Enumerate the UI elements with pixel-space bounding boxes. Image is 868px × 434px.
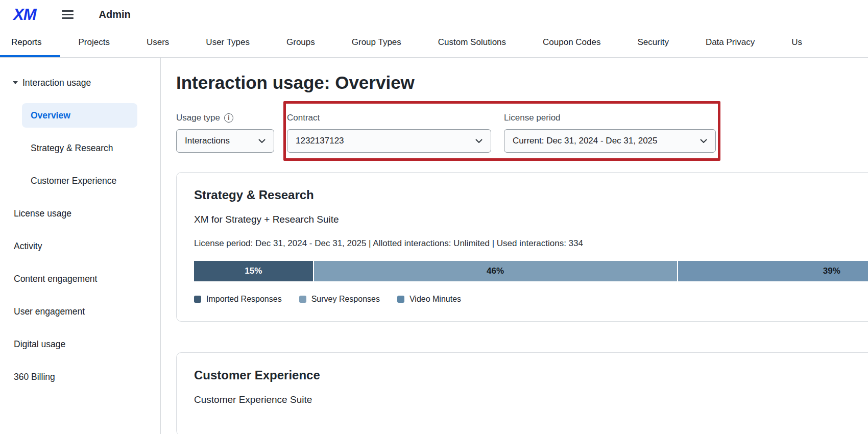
xm-logo[interactable]: XM <box>13 6 36 24</box>
sidebar-item-360-billing[interactable]: 360 Billing <box>0 365 160 389</box>
legend-label: Survey Responses <box>311 295 380 304</box>
info-icon[interactable]: i <box>224 113 233 123</box>
page-title: Interaction usage: Overview <box>176 72 868 93</box>
card-subtitle: XM for Strategy + Research Suite <box>194 214 868 226</box>
license-period-field: License period Current: Dec 31, 2024 - D… <box>504 113 716 153</box>
sidebar-item-overview[interactable]: Overview <box>22 103 137 128</box>
legend-item-survey-responses: Survey Responses <box>299 295 380 304</box>
tab-reports[interactable]: Reports <box>0 29 60 57</box>
card-customer-experience: Customer Experience Customer Experience … <box>176 352 868 434</box>
tab-custom-solutions[interactable]: Custom Solutions <box>420 29 524 57</box>
sidebar-item-label: Overview <box>31 110 70 121</box>
usage-type-field: Usage type i Interactions <box>176 113 274 153</box>
tab-bar: ReportsProjectsUsersUser TypesGroupsGrou… <box>0 29 868 58</box>
legend-label: Video Minutes <box>409 295 461 304</box>
sidebar-item-strategy-research[interactable]: Strategy & Research <box>22 136 137 160</box>
sidebar-item-user-engagement[interactable]: User engagement <box>0 299 160 324</box>
legend-item-video-minutes: Video Minutes <box>397 295 461 304</box>
usage-type-label-row: Usage type i <box>176 113 274 123</box>
sidebar-item-content-engagement[interactable]: Content engagement <box>0 267 160 291</box>
tab-projects[interactable]: Projects <box>60 29 128 57</box>
legend-swatch <box>397 296 404 303</box>
app-title: Admin <box>99 9 131 20</box>
bar-segment-video-minutes: 39% <box>677 261 868 281</box>
sidebar-item-label: Interaction usage <box>22 78 91 88</box>
app-root: XM Admin ReportsProjectsUsersUser TypesG… <box>0 0 868 434</box>
contract-select[interactable]: 1232137123 <box>287 129 491 153</box>
chevron-down-icon <box>258 139 266 143</box>
contract-field: Contract 1232137123 <box>287 113 491 153</box>
tab-user-types[interactable]: User Types <box>187 29 268 57</box>
usage-type-select[interactable]: Interactions <box>176 129 274 153</box>
sidebar-item-label: 360 Billing <box>14 372 55 382</box>
usage-type-selected-value: Interactions <box>185 136 230 146</box>
usage-type-label: Usage type <box>176 113 220 123</box>
contract-selected-value: 1232137123 <box>296 136 344 146</box>
hamburger-menu-icon[interactable] <box>60 8 76 21</box>
sidebar-item-label: Content engagement <box>14 274 97 284</box>
legend-item-imported-responses: Imported Responses <box>194 295 282 304</box>
sidebar-item-label: Activity <box>14 241 42 252</box>
legend-swatch <box>299 296 306 303</box>
usage-bar: 15%46%39% <box>194 261 868 281</box>
main-content: Interaction usage: Overview Usage type i… <box>161 58 868 434</box>
sidebar-item-label: Strategy & Research <box>31 143 113 154</box>
tab-groups[interactable]: Groups <box>268 29 333 57</box>
tab-security[interactable]: Security <box>619 29 687 57</box>
card-strategy-research: Strategy & Research XM for Strategy + Re… <box>176 172 868 322</box>
sidebar-item-interaction-usage[interactable]: Interaction usage <box>0 70 160 95</box>
bar-segment-survey-responses: 46% <box>313 261 677 281</box>
filters-row: Usage type i Interactions Contract 12321… <box>176 113 868 153</box>
sidebar-item-label: User engagement <box>14 306 85 317</box>
bar-segment-imported-responses: 15% <box>194 261 313 281</box>
license-period-label-row: License period <box>504 113 716 123</box>
license-period-selected-value: Current: Dec 31, 2024 - Dec 31, 2025 <box>513 136 658 146</box>
card-title: Customer Experience <box>194 368 868 383</box>
chevron-down-icon <box>700 139 707 143</box>
sidebar: Interaction usageOverviewStrategy & Rese… <box>0 58 161 434</box>
sidebar-nav: Interaction usageOverviewStrategy & Rese… <box>0 70 160 389</box>
chevron-down-icon <box>475 139 483 143</box>
sidebar-item-activity[interactable]: Activity <box>0 234 160 258</box>
tab-coupon-codes[interactable]: Coupon Codes <box>524 29 619 57</box>
usage-legend: Imported ResponsesSurvey ResponsesVideo … <box>194 295 868 304</box>
license-period-label: License period <box>504 113 561 123</box>
legend-label: Imported Responses <box>206 295 282 304</box>
card-usage-meta: License period: Dec 31, 2024 - Dec 31, 2… <box>194 238 868 249</box>
body-row: Interaction usageOverviewStrategy & Rese… <box>0 58 868 434</box>
contract-label-row: Contract <box>287 113 491 123</box>
license-period-select[interactable]: Current: Dec 31, 2024 - Dec 31, 2025 <box>504 129 716 153</box>
sidebar-item-label: Customer Experience <box>31 176 116 186</box>
tab-group-types[interactable]: Group Types <box>333 29 420 57</box>
sidebar-item-digital-usage[interactable]: Digital usage <box>0 332 160 356</box>
sidebar-item-license-usage[interactable]: License usage <box>0 201 160 226</box>
tab-users[interactable]: Users <box>128 29 187 57</box>
collapse-caret-icon[interactable] <box>13 81 18 84</box>
sidebar-item-customer-experience[interactable]: Customer Experience <box>22 168 137 193</box>
card-title: Strategy & Research <box>194 188 868 203</box>
legend-swatch <box>194 296 201 303</box>
sidebar-item-label: License usage <box>14 208 71 219</box>
tab-us[interactable]: Us <box>773 29 821 57</box>
contract-label: Contract <box>287 113 320 123</box>
tab-data-privacy[interactable]: Data Privacy <box>687 29 773 57</box>
sidebar-item-label: Digital usage <box>14 339 65 350</box>
topbar: XM Admin <box>0 0 868 29</box>
card-subtitle: Customer Experience Suite <box>194 394 868 406</box>
